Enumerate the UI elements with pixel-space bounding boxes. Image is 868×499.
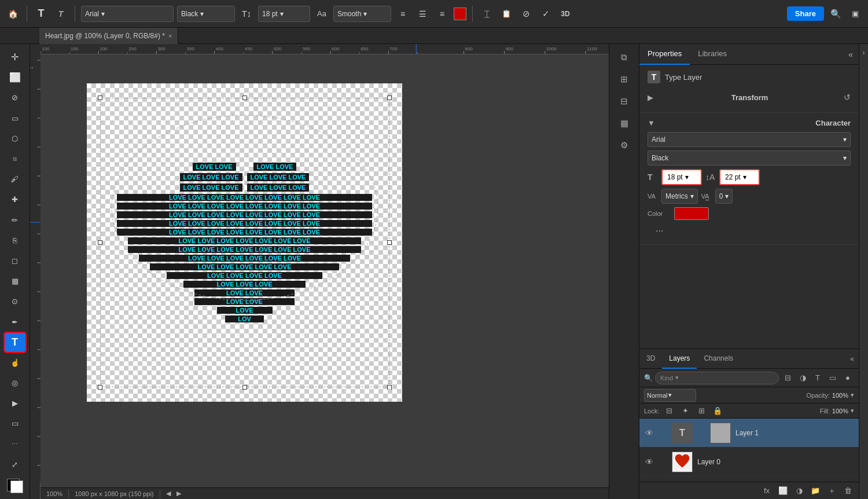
- lock-pixels-btn[interactable]: ⊟: [663, 405, 675, 417]
- healing-tool[interactable]: ✚: [5, 190, 25, 209]
- brush-tool[interactable]: ✏: [5, 211, 25, 230]
- transform-reset-btn[interactable]: ↺: [844, 93, 851, 102]
- layers-filter-adjust-icon[interactable]: ◑: [796, 372, 809, 384]
- status-nav-next[interactable]: ▶: [176, 490, 181, 497]
- handle-tc[interactable]: [242, 96, 247, 100]
- layer-item-0[interactable]: 👁 Layer 0: [639, 447, 859, 476]
- layer-delete-btn[interactable]: 🗑: [841, 485, 854, 497]
- hand-tool[interactable]: ⋯: [5, 435, 25, 454]
- panel-toggle-icon[interactable]: ▣: [847, 6, 863, 22]
- canvas-inner[interactable]: + LOVE LOVE LOVE LOVE LOVE LOVE LOVE: [41, 54, 609, 487]
- crop-tool[interactable]: ⌗: [5, 149, 25, 168]
- type-vertical-icon[interactable]: T: [53, 6, 69, 22]
- char-line-height-field[interactable]: 22 pt ▾: [719, 169, 760, 185]
- char-color-swatch[interactable]: [674, 207, 709, 220]
- handle-bl[interactable]: [98, 385, 102, 390]
- layers-collapse-button[interactable]: «: [850, 355, 859, 363]
- blend-mode-dropdown[interactable]: Normal ▾: [644, 389, 696, 402]
- tab-properties[interactable]: Properties: [639, 44, 690, 65]
- commit-transform-icon[interactable]: ✓: [538, 6, 554, 22]
- document-tab[interactable]: Heart.jpg @ 100% (Layer 0, RGB/8#) * ×: [39, 28, 178, 44]
- tracking-value-dropdown[interactable]: 0 ▾: [715, 189, 733, 204]
- share-button[interactable]: Share: [787, 6, 824, 21]
- tab-3d[interactable]: 3D: [639, 349, 662, 369]
- right-panel-collapse[interactable]: ›: [859, 44, 868, 499]
- align-right-icon[interactable]: ≡: [434, 6, 450, 22]
- tab-libraries[interactable]: Libraries: [690, 44, 735, 65]
- char-font-style-dropdown[interactable]: Black ▾: [648, 151, 851, 166]
- panel-icon-4[interactable]: ▦: [615, 113, 634, 133]
- pen-tool[interactable]: ✒: [5, 312, 25, 331]
- char-font-size-field[interactable]: 18 pt ▾: [661, 169, 702, 185]
- layers-filter-type-icon[interactable]: T: [811, 372, 824, 384]
- layer-0-visibility[interactable]: 👁: [644, 457, 654, 467]
- layers-filter-pixel-icon[interactable]: ⊟: [781, 372, 794, 384]
- shape-tool[interactable]: ▭: [5, 414, 25, 433]
- eraser-tool[interactable]: ◻: [5, 251, 25, 270]
- blur-tool[interactable]: ◎: [5, 373, 25, 392]
- status-nav-prev[interactable]: ◀: [166, 490, 171, 497]
- panel-icon-1[interactable]: ⧉: [615, 47, 634, 67]
- layer-fx-btn[interactable]: fx: [760, 485, 773, 497]
- char-font-family-dropdown[interactable]: Arial ▾: [648, 132, 851, 147]
- lock-artboards-btn[interactable]: ⊞: [695, 405, 708, 417]
- zoom-tool[interactable]: ⤢: [5, 455, 25, 474]
- path-select-tool[interactable]: ▶: [5, 394, 25, 413]
- type-horizontal-icon[interactable]: T: [33, 6, 49, 22]
- smudge-tool[interactable]: ☝: [5, 353, 25, 372]
- more-options-btn[interactable]: ···: [648, 223, 851, 239]
- character-panel-icon[interactable]: 📋: [498, 6, 514, 22]
- tab-layers[interactable]: Layers: [662, 349, 697, 369]
- layer-adjustment-btn[interactable]: ◑: [793, 485, 806, 497]
- type-tool[interactable]: T: [5, 333, 25, 352]
- text-color-swatch[interactable]: [454, 8, 466, 20]
- dodge-tool[interactable]: ⊙: [5, 292, 25, 311]
- font-size-dropdown[interactable]: 18 pt ▾: [258, 6, 310, 22]
- layers-filter-shape-icon[interactable]: ▭: [826, 372, 839, 384]
- panel-icon-2[interactable]: ⊞: [615, 69, 634, 89]
- align-left-icon[interactable]: ≡: [395, 6, 411, 22]
- handle-mr[interactable]: [387, 240, 392, 245]
- eyedropper-tool[interactable]: 🖋: [5, 170, 25, 189]
- panel-collapse-button[interactable]: «: [848, 50, 859, 59]
- tracking-method-dropdown[interactable]: Metrics ▾: [661, 189, 698, 204]
- search-icon[interactable]: 🔍: [827, 6, 844, 22]
- lock-position-btn[interactable]: ✦: [679, 405, 692, 417]
- home-icon[interactable]: 🏠: [5, 6, 21, 22]
- layer-group-btn[interactable]: 📁: [809, 485, 822, 497]
- layer-mask-btn[interactable]: ⬜: [777, 485, 789, 497]
- move-tool[interactable]: ✛: [5, 47, 25, 67]
- align-center-icon[interactable]: ☰: [414, 6, 431, 22]
- marquee-tool[interactable]: ▭: [5, 109, 25, 128]
- artboard-tool[interactable]: ⬜: [5, 68, 25, 87]
- cancel-transform-icon[interactable]: ⊘: [518, 6, 534, 22]
- polygon-tool[interactable]: ⬡: [5, 129, 25, 148]
- transform-header[interactable]: ▶ Transform ↺: [648, 93, 851, 102]
- font-family-dropdown[interactable]: Arial ▾: [81, 6, 174, 22]
- handle-tr[interactable]: [387, 96, 392, 100]
- handle-tl[interactable]: [98, 96, 102, 100]
- handle-br[interactable]: +: [387, 385, 392, 390]
- layer-item-1[interactable]: 👁 T Layer 1: [639, 419, 859, 447]
- handle-bc[interactable]: [242, 385, 247, 390]
- clone-tool[interactable]: ⎘: [5, 231, 25, 250]
- panel-icon-3[interactable]: ⊟: [615, 91, 634, 111]
- layers-filter-input[interactable]: Kind ▾: [655, 372, 779, 384]
- fill-chevron[interactable]: ▾: [851, 407, 854, 414]
- tab-channels[interactable]: Channels: [697, 349, 740, 369]
- warp-text-icon[interactable]: ⌶: [479, 6, 495, 22]
- opacity-chevron[interactable]: ▾: [851, 391, 854, 399]
- layer-1-visibility[interactable]: 👁: [644, 428, 654, 438]
- background-color[interactable]: [10, 480, 23, 493]
- anti-alias-dropdown[interactable]: Smooth ▾: [333, 6, 391, 22]
- layer-new-btn[interactable]: ＋: [825, 485, 838, 497]
- character-header[interactable]: ▼ Character: [648, 119, 851, 127]
- lasso-tool[interactable]: ⊘: [5, 88, 25, 107]
- colors-box[interactable]: [5, 476, 25, 496]
- 3d-icon[interactable]: 3D: [557, 6, 573, 22]
- panel-icon-5[interactable]: ⚙: [615, 135, 634, 155]
- handle-ml[interactable]: [98, 240, 102, 245]
- tab-close-button[interactable]: ×: [168, 32, 172, 39]
- gradient-tool[interactable]: ▦: [5, 271, 25, 291]
- lock-all-btn[interactable]: 🔒: [711, 405, 724, 417]
